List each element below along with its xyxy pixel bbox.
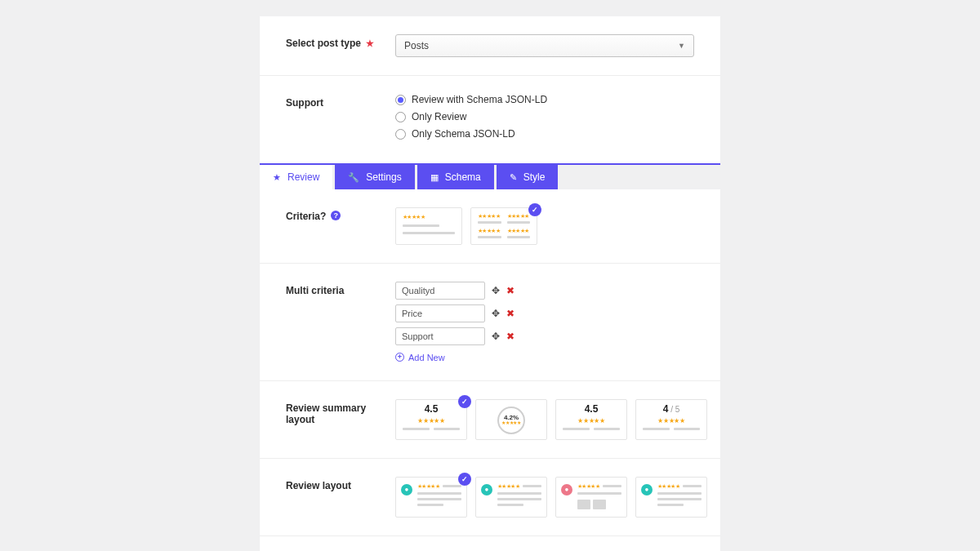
help-icon[interactable]: ? bbox=[331, 211, 341, 220]
criteria-input[interactable]: Qualityd bbox=[395, 282, 485, 300]
criteria-layout-single[interactable]: ★★★★★ bbox=[395, 207, 462, 245]
summary-layout-2[interactable]: 4.2% ★★★★★ bbox=[475, 399, 547, 440]
delete-icon[interactable]: ✖ bbox=[506, 331, 514, 342]
criteria-item: Support ✥ ✖ bbox=[395, 327, 694, 345]
add-new-button[interactable]: + Add New bbox=[395, 353, 445, 362]
criteria-layout-multi[interactable]: ★★★★★ ★★★★★ ★★★★★ ★★★★★ bbox=[470, 207, 537, 245]
review-layout-2[interactable]: ● ★★★★★ bbox=[475, 477, 547, 518]
select-post-type[interactable]: Posts ▼ bbox=[395, 34, 694, 57]
table-icon: ▦ bbox=[430, 172, 439, 183]
radio-option-only-schema[interactable]: Only Schema JSON-LD bbox=[395, 128, 694, 140]
row-multi-criteria: Multi criteria Qualityd ✥ ✖ Price ✥ ✖ Su… bbox=[260, 264, 720, 381]
wrench-icon: 🔧 bbox=[348, 172, 359, 183]
row-pagination: Pagination type Number Ajax ▼ bbox=[260, 536, 720, 552]
row-post-type: Select post type ★ Posts ▼ bbox=[260, 16, 720, 76]
summary-layout-1[interactable]: 4.5 ★★★★★ bbox=[395, 399, 467, 440]
chevron-down-icon: ▼ bbox=[678, 42, 685, 50]
radio-icon bbox=[395, 112, 406, 122]
label-support: Support bbox=[286, 94, 395, 145]
label-summary-layout: Review summary layout bbox=[286, 399, 395, 440]
criteria-item: Qualityd ✥ ✖ bbox=[395, 282, 694, 300]
brush-icon: ✎ bbox=[510, 172, 517, 183]
image-icon bbox=[593, 500, 606, 509]
criteria-input[interactable]: Price bbox=[395, 304, 485, 322]
select-value: Posts bbox=[404, 40, 429, 51]
plus-icon: + bbox=[395, 353, 404, 362]
donut-chart-icon: 4.2% ★★★★★ bbox=[497, 407, 525, 434]
move-icon[interactable]: ✥ bbox=[492, 331, 500, 342]
avatar-icon: ● bbox=[401, 484, 412, 495]
review-layout-3[interactable]: ● ★★★★★ bbox=[555, 477, 627, 518]
move-icon[interactable]: ✥ bbox=[492, 285, 500, 296]
tab-schema[interactable]: ▦ Schema bbox=[417, 165, 494, 189]
required-icon: ★ bbox=[366, 38, 374, 49]
stars-icon: ★★★★★ bbox=[403, 214, 455, 220]
label-post-type: Select post type ★ bbox=[286, 34, 395, 57]
summary-layout-4[interactable]: 4 / 5 ★★★★★ bbox=[635, 399, 707, 440]
tabs: ★ Review 🔧 Settings ▦ Schema ✎ Style bbox=[260, 163, 720, 189]
stars-icon: ★★★★★ bbox=[657, 418, 684, 424]
tab-review-body: Criteria? ? ★★★★★ ★★★★★ ★★★★★ ★★★★★ ★★★★… bbox=[260, 189, 720, 551]
delete-icon[interactable]: ✖ bbox=[506, 285, 514, 296]
summary-layout-3[interactable]: 4.5 ★★★★★ bbox=[555, 399, 627, 440]
radio-option-only-review[interactable]: Only Review bbox=[395, 111, 694, 122]
row-support: Support Review with Schema JSON-LD Only … bbox=[260, 76, 720, 163]
check-icon bbox=[458, 395, 471, 408]
review-layout-4[interactable]: ● ★★★★★ bbox=[635, 477, 707, 518]
radio-icon bbox=[395, 95, 406, 105]
label-review-layout: Review layout bbox=[286, 477, 395, 518]
star-icon: ★ bbox=[273, 172, 281, 183]
delete-icon[interactable]: ✖ bbox=[506, 308, 514, 319]
radio-icon bbox=[395, 129, 406, 140]
stars-icon: ★★★★★ bbox=[417, 418, 444, 424]
move-icon[interactable]: ✥ bbox=[492, 308, 500, 319]
check-icon bbox=[528, 203, 541, 216]
check-icon bbox=[458, 473, 471, 486]
avatar-icon: ● bbox=[481, 484, 492, 495]
image-icon bbox=[577, 500, 590, 509]
avatar-icon: ● bbox=[561, 484, 572, 495]
row-review-layout: Review layout ● ★★★★★ ● ★★★★★ bbox=[260, 459, 720, 536]
row-summary-layout: Review summary layout 4.5 ★★★★★ 4.2% ★★★… bbox=[260, 381, 720, 459]
settings-panel: Select post type ★ Posts ▼ Support Revie… bbox=[260, 16, 720, 163]
tab-review[interactable]: ★ Review bbox=[260, 165, 332, 189]
tab-settings[interactable]: 🔧 Settings bbox=[335, 165, 414, 189]
tab-style[interactable]: ✎ Style bbox=[497, 165, 559, 189]
stars-icon: ★★★★★ bbox=[577, 418, 604, 424]
avatar-icon: ● bbox=[641, 484, 653, 495]
label-criteria: Criteria? ? bbox=[286, 207, 395, 245]
radio-option-schema-ld[interactable]: Review with Schema JSON-LD bbox=[395, 94, 694, 105]
review-layout-1[interactable]: ● ★★★★★ bbox=[395, 477, 467, 518]
criteria-input[interactable]: Support bbox=[395, 327, 485, 345]
criteria-item: Price ✥ ✖ bbox=[395, 304, 694, 322]
label-multi-criteria: Multi criteria bbox=[286, 282, 395, 362]
row-criteria: Criteria? ? ★★★★★ ★★★★★ ★★★★★ ★★★★★ ★★★★… bbox=[260, 189, 720, 264]
